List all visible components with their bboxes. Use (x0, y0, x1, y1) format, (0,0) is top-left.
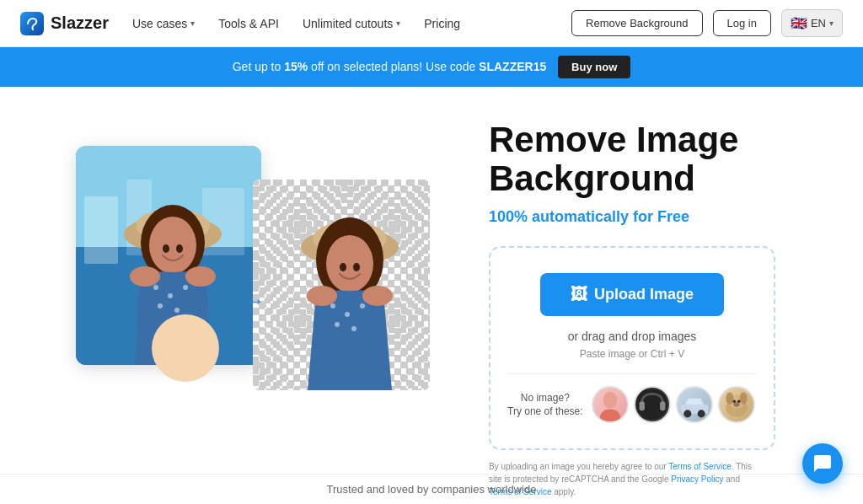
svg-point-51 (733, 403, 739, 407)
sample-section: No image? Try one of these: (507, 373, 757, 423)
nav-unlimited-cutouts[interactable]: Unlimited cutouts ▾ (303, 17, 400, 30)
upload-image-button[interactable]: 🖼 Upload Image (540, 273, 724, 316)
hero-illustration: → (51, 129, 455, 416)
svg-point-14 (153, 285, 158, 290)
terms-link-1[interactable]: Terms of Service (668, 462, 731, 471)
footer-text: Trusted and loved by companies worldwide (327, 483, 537, 496)
language-selector[interactable]: 🇬🇧 EN ▾ (781, 9, 843, 37)
svg-point-13 (176, 244, 183, 253)
navbar: Slazzer Use cases ▾ Tools & API Unlimite… (0, 0, 863, 47)
sample-thumbnails (592, 386, 755, 423)
paste-text: Paste image or Ctrl + V (507, 348, 757, 360)
svg-point-34 (335, 322, 340, 327)
svg-point-17 (158, 303, 163, 308)
nav-use-cases[interactable]: Use cases ▾ (132, 17, 195, 30)
sample-thumb-headphones[interactable] (634, 386, 671, 423)
brand-name: Slazzer (51, 13, 109, 33)
svg-point-12 (163, 244, 169, 253)
svg-point-15 (168, 293, 173, 298)
promo-text-before: Get up to (233, 60, 284, 73)
promo-banner: Get up to 15% off on selected plans! Use… (0, 47, 863, 87)
svg-point-28 (326, 235, 373, 292)
svg-rect-40 (639, 402, 644, 411)
arrow-right-icon: → (244, 289, 265, 313)
flag-icon: 🇬🇧 (791, 15, 807, 31)
sample-label: No image? Try one of these: (507, 391, 583, 420)
hero-right: Remove Image Background 100% automatical… (489, 121, 812, 498)
svg-point-48 (739, 393, 747, 405)
promo-text-middle: off on selected plans! Use code (311, 60, 479, 73)
result-image (253, 180, 430, 390)
svg-point-19 (130, 266, 160, 287)
logo[interactable]: Slazzer (20, 12, 109, 35)
remove-background-button[interactable]: Remove Background (571, 10, 702, 36)
svg-point-43 (683, 410, 691, 418)
svg-point-11 (149, 217, 196, 274)
svg-point-16 (183, 285, 188, 290)
image-upload-icon: 🖼 (571, 285, 587, 304)
main-content: → (0, 87, 863, 504)
svg-point-20 (185, 266, 216, 287)
sample-thumb-dog[interactable] (718, 386, 755, 423)
navbar-right: Remove Background Log in 🇬🇧 EN ▾ (571, 9, 843, 37)
svg-point-44 (697, 410, 705, 418)
svg-point-18 (174, 308, 180, 313)
chat-bubble-button[interactable] (802, 443, 843, 484)
upload-area: 🖼 Upload Image or drag and drop images P… (489, 246, 775, 450)
chevron-down-icon-3: ▾ (829, 19, 834, 28)
svg-point-36 (307, 286, 337, 306)
promo-discount: 15% (284, 60, 308, 73)
svg-point-32 (345, 312, 350, 317)
svg-rect-5 (84, 196, 118, 264)
hero-title: Remove Image Background (489, 121, 812, 198)
footer-strip: Trusted and loved by companies worldwide (0, 474, 863, 504)
svg-point-35 (351, 326, 356, 331)
svg-point-37 (362, 286, 393, 306)
svg-point-38 (603, 392, 616, 409)
buy-now-button[interactable]: Buy now (558, 56, 630, 78)
drag-drop-text: or drag and drop images (507, 330, 757, 343)
svg-point-30 (353, 263, 360, 271)
svg-point-33 (360, 303, 365, 308)
nav-tools-api[interactable]: Tools & API (218, 17, 279, 30)
svg-point-47 (726, 393, 733, 405)
hero-subtitle: 100% automatically for Free (489, 208, 812, 226)
logo-icon (20, 12, 44, 35)
decorative-circle (152, 314, 219, 382)
nav-pricing[interactable]: Pricing (424, 17, 460, 30)
chevron-down-icon-2: ▾ (396, 19, 400, 28)
sample-thumb-car[interactable] (676, 386, 713, 423)
navbar-left: Slazzer Use cases ▾ Tools & API Unlimite… (20, 12, 460, 35)
svg-point-29 (340, 263, 346, 271)
sample-thumb-person[interactable] (592, 386, 629, 423)
chevron-down-icon: ▾ (190, 19, 195, 28)
promo-code: SLAZZER15 (479, 60, 546, 73)
svg-rect-41 (660, 402, 665, 411)
svg-point-31 (330, 303, 335, 308)
login-button[interactable]: Log in (713, 10, 771, 36)
